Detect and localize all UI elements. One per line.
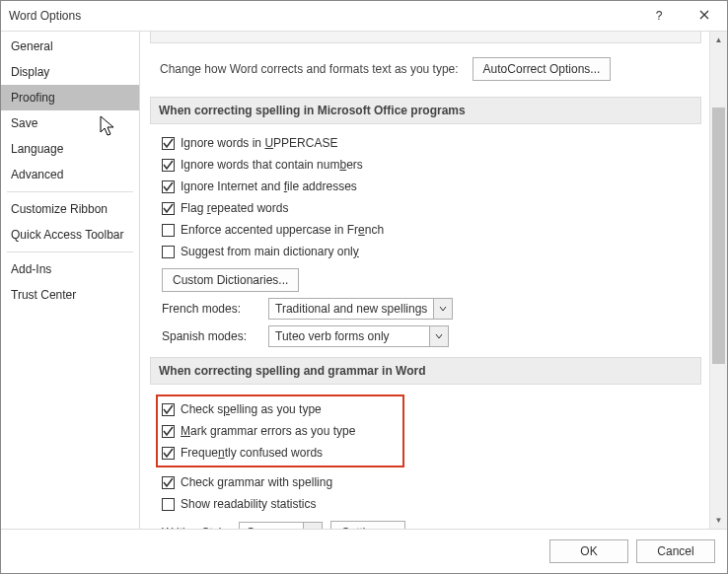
chevron-down-icon	[303, 523, 322, 529]
office-opt-0-label: Ignore words in UPPERCASE	[181, 136, 337, 150]
chevron-down-icon	[433, 299, 452, 319]
writing-style-label: Writing Style:	[162, 526, 231, 529]
office-opt-2-checkbox[interactable]	[162, 180, 175, 193]
office-opt-4-label: Enforce accented uppercase in French	[181, 223, 384, 237]
close-icon	[699, 9, 709, 23]
settings-button[interactable]: Settings...	[330, 521, 404, 529]
word-opt-1-checkbox[interactable]	[162, 498, 175, 511]
sidebar-item-quick-access-toolbar[interactable]: Quick Access Toolbar	[1, 222, 139, 248]
scroll-down-icon[interactable]: ▼	[710, 512, 727, 529]
scroll-thumb[interactable]	[712, 108, 725, 364]
sidebar-item-customize-ribbon[interactable]: Customize Ribbon	[1, 196, 139, 222]
french-modes-select[interactable]: Traditional and new spellings	[268, 298, 453, 320]
dialog-footer: OK Cancel	[1, 529, 727, 573]
chevron-down-icon	[429, 326, 448, 346]
highlight-box: Check spelling as you typeMark grammar e…	[156, 395, 404, 467]
office-opt-3-checkbox[interactable]	[162, 202, 175, 215]
word-opt-0-label: Check grammar with spelling	[181, 475, 332, 489]
word-opt-hl-0-label: Check spelling as you type	[181, 402, 322, 416]
intro-text: Change how Word corrects and formats tex…	[160, 62, 459, 76]
word-opt-1-label: Show readability statistics	[181, 497, 316, 511]
french-modes-label: French modes:	[162, 302, 260, 316]
ok-button[interactable]: OK	[549, 539, 628, 563]
sidebar-item-save[interactable]: Save	[1, 110, 139, 136]
sidebar-item-proofing[interactable]: Proofing	[1, 85, 139, 110]
office-opt-5-checkbox[interactable]	[162, 246, 175, 258]
sidebar-item-trust-center[interactable]: Trust Center	[1, 282, 139, 308]
section-heading-word: When correcting spelling and grammar in …	[150, 357, 701, 385]
sidebar-item-language[interactable]: Language	[1, 136, 139, 162]
autocorrect-options-button[interactable]: AutoCorrect Options...	[473, 57, 612, 81]
word-opt-hl-2-checkbox[interactable]	[162, 447, 175, 460]
titlebar: Word Options ?	[1, 1, 727, 32]
custom-dictionaries-button[interactable]: Custom Dictionaries...	[162, 268, 299, 292]
office-opt-0-checkbox[interactable]	[162, 137, 175, 150]
office-opt-1-label: Ignore words that contain numbers	[181, 158, 363, 172]
word-opt-hl-0-checkbox[interactable]	[162, 403, 175, 416]
sidebar-item-advanced[interactable]: Advanced	[1, 162, 139, 187]
spanish-modes-select[interactable]: Tuteo verb forms only	[268, 325, 449, 347]
office-opt-4-checkbox[interactable]	[162, 224, 175, 237]
sidebar-item-general[interactable]: General	[1, 34, 139, 59]
vertical-scrollbar[interactable]: ▲ ▼	[709, 32, 727, 529]
header-strip	[150, 32, 701, 43]
office-opt-5-label: Suggest from main dictionary only	[181, 245, 359, 258]
sidebar-item-add-ins[interactable]: Add-Ins	[1, 256, 139, 282]
office-opt-1-checkbox[interactable]	[162, 159, 175, 172]
spanish-modes-label: Spanish modes:	[162, 329, 260, 343]
close-button[interactable]	[682, 1, 727, 31]
office-opt-2-label: Ignore Internet and file addresses	[181, 179, 357, 193]
word-opt-0-checkbox[interactable]	[162, 476, 175, 489]
office-opt-3-label: Flag repeated words	[181, 201, 288, 215]
writing-style-select[interactable]: Grammar	[239, 522, 323, 529]
word-options-dialog: Word Options ? GeneralDisplayProofingSav…	[0, 0, 728, 574]
cancel-button[interactable]: Cancel	[636, 539, 715, 563]
word-opt-hl-1-label: Mark grammar errors as you type	[181, 424, 355, 438]
word-opt-hl-2-label: Frequently confused words	[181, 446, 323, 460]
section-heading-office: When correcting spelling in Microsoft Of…	[150, 97, 701, 124]
scroll-up-icon[interactable]: ▲	[710, 32, 727, 48]
sidebar-item-display[interactable]: Display	[1, 59, 139, 85]
category-sidebar: GeneralDisplayProofingSaveLanguageAdvanc…	[1, 32, 140, 529]
help-icon: ?	[656, 9, 663, 23]
word-opt-hl-1-checkbox[interactable]	[162, 425, 175, 438]
options-content: Change how Word corrects and formats tex…	[140, 32, 709, 529]
window-title: Word Options	[9, 9, 636, 23]
help-button[interactable]: ?	[636, 1, 682, 31]
